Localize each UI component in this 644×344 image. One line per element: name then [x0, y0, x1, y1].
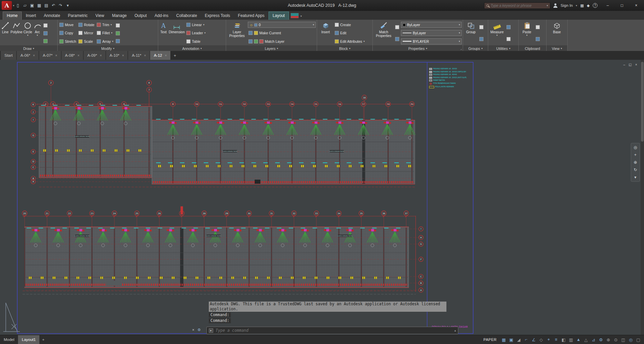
close-command-line-icon[interactable]: ×: [192, 328, 194, 332]
annotation-panel-label[interactable]: Annotation▾: [158, 46, 226, 51]
mirror-button[interactable]: Mirror: [78, 30, 95, 36]
properties-list-icon[interactable]: [395, 25, 399, 29]
measure-dropdown-icon[interactable]: ▾: [496, 34, 498, 36]
user-account-icon[interactable]: [553, 3, 557, 8]
autocad-logo-icon[interactable]: A: [2, 1, 12, 10]
edit-block-button[interactable]: Edit: [334, 30, 365, 36]
text-button[interactable]: A Text: [159, 21, 168, 46]
close-tab-icon[interactable]: ×: [33, 54, 35, 57]
rectangle-tool-icon[interactable]: [43, 23, 48, 28]
base-button[interactable]: Base: [550, 21, 565, 46]
save-as-icon[interactable]: ▦: [36, 3, 43, 8]
edit-attributes-dropdown-icon[interactable]: ▾: [364, 40, 365, 42]
command-input[interactable]: [216, 328, 452, 333]
ribbon-tab-home[interactable]: Home: [3, 12, 22, 20]
file-tab-a-11-[interactable]: A-11*×: [128, 51, 150, 60]
save-icon[interactable]: ▣: [29, 3, 36, 8]
polyline-button[interactable]: Polyline: [11, 21, 22, 46]
new-drawing-tab-button[interactable]: +: [171, 51, 179, 60]
drawing-viewport[interactable]: 1345691011121314151617192027818KJIGEDCBA…: [0, 60, 644, 335]
match-layer-button[interactable]: Match Layer: [248, 38, 316, 44]
stay-connected-icon[interactable]: ◆: [587, 3, 590, 8]
table-button[interactable]: Table: [186, 38, 206, 44]
group-edit-icon[interactable]: [479, 37, 483, 41]
arc-dropdown-icon[interactable]: ▾: [37, 34, 38, 36]
new-file-icon[interactable]: ▯: [14, 3, 21, 8]
fillet-button[interactable]: Fillet▾: [96, 30, 114, 36]
ribbon-tab-output[interactable]: Output: [131, 12, 150, 20]
trim-button[interactable]: Trim▾: [96, 22, 114, 28]
close-tab-icon[interactable]: ×: [100, 54, 102, 57]
close-tab-icon[interactable]: ×: [144, 54, 146, 57]
help-icon[interactable]: ?: [593, 3, 597, 8]
viewport-minimize-icon[interactable]: –: [623, 63, 625, 67]
ellipse-tool-icon[interactable]: [43, 39, 48, 43]
vertical-scrollbar[interactable]: [641, 60, 644, 335]
search-icon[interactable]: [486, 4, 489, 7]
utilities-panel-label[interactable]: Utilities▾: [488, 46, 518, 51]
trim-dropdown-icon[interactable]: ▾: [111, 24, 112, 26]
quick-properties-icon[interactable]: ◫: [620, 337, 627, 342]
zoom-icon[interactable]: ⊕: [633, 160, 637, 165]
properties-table-icon[interactable]: [395, 37, 399, 41]
scale-button[interactable]: Scale: [78, 38, 95, 44]
copy-button[interactable]: Copy: [59, 30, 77, 36]
array-button[interactable]: Array▾: [96, 38, 114, 44]
layout-contextual-icon[interactable]: [291, 13, 299, 18]
ortho-icon[interactable]: ⌐: [522, 337, 530, 342]
properties-panel-label[interactable]: Properties▾: [373, 46, 463, 51]
file-tab-a-10-[interactable]: A-10*×: [106, 51, 128, 60]
orbit-icon[interactable]: ↻: [633, 167, 637, 172]
line-button[interactable]: Line: [1, 21, 10, 46]
annotation-visibility-icon[interactable]: ▲: [575, 337, 582, 342]
ribbon-tab-collaborate[interactable]: Collaborate: [172, 12, 201, 20]
fillet-dropdown-icon[interactable]: ▾: [111, 32, 112, 34]
ribbon-tab-parametric[interactable]: Parametric: [64, 12, 91, 20]
close-tab-icon[interactable]: ×: [165, 54, 167, 57]
ribbon-tab-view[interactable]: View: [92, 12, 108, 20]
measure-button[interactable]: Measure ▾: [489, 21, 505, 46]
sign-in-caret-icon[interactable]: ▾: [576, 4, 577, 7]
viewport-restore-icon[interactable]: ◱: [629, 63, 632, 67]
file-tab-start[interactable]: Start: [1, 51, 17, 60]
file-tab-a-12[interactable]: A-12×: [150, 51, 171, 60]
cut-clip-icon[interactable]: [536, 37, 540, 41]
circle-dropdown-icon[interactable]: ▾: [27, 34, 29, 36]
insert-block-button[interactable]: Insert: [318, 21, 333, 46]
undo-icon[interactable]: ↶: [50, 3, 57, 8]
selection-cycling-icon[interactable]: ▥: [567, 337, 575, 342]
leader-dropdown-icon[interactable]: ▾: [204, 32, 206, 34]
model-tab[interactable]: Model: [0, 335, 18, 344]
lineweight-icon[interactable]: ≡: [552, 337, 560, 342]
file-tab-a-07-[interactable]: A-07*×: [39, 51, 61, 60]
osnap-icon[interactable]: ⌖: [545, 337, 552, 342]
edit-attributes-button[interactable]: Edit Attributes▾: [334, 38, 365, 44]
maximize-window-icon[interactable]: □: [615, 0, 629, 11]
block-panel-label[interactable]: Block▾: [317, 46, 372, 51]
lineweight-combobox[interactable]: BYLAYER ▾: [401, 38, 462, 44]
sign-in-button[interactable]: Sign In: [560, 3, 573, 7]
rotate-button[interactable]: Rotate: [78, 22, 95, 28]
explode-tool-icon[interactable]: [116, 31, 120, 35]
ribbon-tab-annotate[interactable]: Annotate: [40, 12, 64, 20]
search-dropdown-icon[interactable]: ▾: [547, 4, 548, 7]
copy-clip-icon[interactable]: [536, 25, 540, 29]
isodraft-icon[interactable]: ◇: [537, 337, 545, 342]
transparency-icon[interactable]: ◧: [560, 337, 567, 342]
close-window-icon[interactable]: ×: [629, 0, 643, 11]
annotation-scale-icon[interactable]: ⊿: [590, 337, 597, 342]
leader-button[interactable]: Leader▾: [186, 30, 206, 36]
array-dropdown-icon[interactable]: ▾: [112, 40, 113, 42]
make-current-button[interactable]: Make Current: [248, 30, 316, 36]
recent-commands-icon[interactable]: ▴: [454, 329, 456, 332]
scrollbar-thumb[interactable]: [641, 62, 644, 142]
file-tab-a-09-[interactable]: A-09*×: [84, 51, 106, 60]
close-tab-icon[interactable]: ×: [55, 54, 57, 57]
draw-panel-label[interactable]: Draw▾: [0, 46, 57, 51]
modify-panel-label[interactable]: Modify▾: [58, 46, 158, 51]
clipboard-panel-label[interactable]: Clipboard: [519, 46, 546, 51]
annotation-monitor-icon[interactable]: ⊕: [605, 337, 612, 342]
move-button[interactable]: Move: [59, 22, 77, 28]
pan-icon[interactable]: +: [634, 152, 637, 157]
object-color-combobox[interactable]: ByLayer ▾: [401, 22, 462, 28]
